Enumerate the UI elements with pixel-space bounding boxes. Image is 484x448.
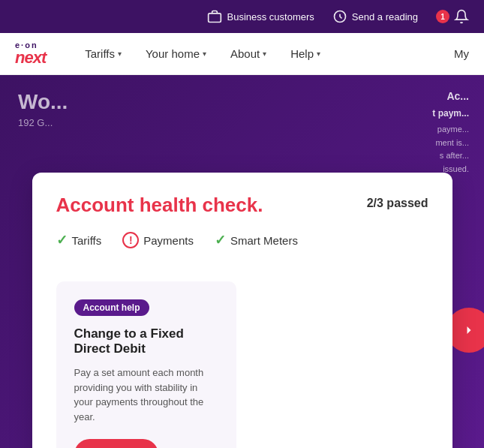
tariffs-label: Tariffs — [85, 47, 115, 60]
business-customers-link[interactable]: Business customers — [207, 9, 314, 24]
briefcase-icon — [207, 9, 222, 24]
account-label: Ac... — [319, 90, 469, 102]
notification-badge: 1 — [436, 10, 449, 23]
modal-header: Account health check. 2/3 passed — [56, 194, 428, 217]
logo[interactable]: e·on next — [15, 41, 46, 66]
health-check-modal: Account health check. 2/3 passed ✓ Tarif… — [32, 173, 452, 448]
nav-your-home[interactable]: Your home ▾ — [137, 41, 215, 66]
nav-about[interactable]: About ▾ — [221, 41, 275, 66]
modal-overlay: Account health check. 2/3 passed ✓ Tarif… — [0, 150, 484, 448]
account-help-card: Account help Change to a Fixed Direct De… — [56, 281, 236, 448]
your-home-label: Your home — [146, 47, 200, 60]
bg-content: Wo... 192 G... Ac... t paym... payme...m… — [0, 75, 484, 448]
check-tariffs: ✓ Tariffs — [56, 232, 102, 248]
tariffs-check-label: Tariffs — [72, 234, 102, 247]
tariffs-check-icon: ✓ — [56, 232, 68, 248]
nav-items: Tariffs ▾ Your home ▾ About ▾ Help ▾ — [76, 41, 329, 66]
tariffs-chevron: ▾ — [118, 50, 122, 58]
bell-icon — [454, 9, 469, 24]
logo-next: next — [15, 50, 46, 66]
send-reading-link[interactable]: Send a reading — [332, 9, 418, 24]
about-chevron: ▾ — [263, 50, 266, 58]
modal-title: Account health check. — [56, 194, 263, 217]
svg-rect-0 — [209, 14, 221, 23]
nav-tariffs[interactable]: Tariffs ▾ — [76, 41, 131, 66]
top-bar: Business customers Send a reading 1 — [0, 0, 484, 33]
check-smart-meters: ✓ Smart Meters — [215, 232, 298, 248]
smart-meters-check-icon: ✓ — [215, 232, 226, 248]
switch-button[interactable]: Switch — [74, 439, 158, 448]
nav-bar: e·on next Tariffs ▾ Your home ▾ About ▾ … — [0, 33, 484, 75]
send-reading-label: Send a reading — [352, 11, 418, 23]
payment-title: t paym... — [319, 108, 469, 119]
smart-meters-check-label: Smart Meters — [230, 234, 298, 247]
notifications-link[interactable]: 1 — [436, 9, 469, 24]
help-chevron: ▾ — [317, 50, 320, 58]
help-label: Help — [290, 47, 314, 60]
card-description: Pay a set amount each month providing yo… — [74, 365, 218, 424]
payments-check-label: Payments — [143, 234, 194, 247]
meter-icon — [332, 9, 347, 24]
about-label: About — [230, 47, 260, 60]
card-title: Change to a Fixed Direct Debit — [74, 326, 218, 356]
check-payments: ! Payments — [122, 232, 194, 248]
modal-passed: 2/3 passed — [367, 197, 428, 210]
check-items: ✓ Tariffs ! Payments ✓ Smart Meters — [56, 232, 428, 263]
nav-help[interactable]: Help ▾ — [281, 41, 329, 66]
your-home-chevron: ▾ — [203, 50, 206, 58]
nav-my[interactable]: My — [454, 47, 469, 60]
business-customers-label: Business customers — [227, 11, 314, 23]
card-tag: Account help — [74, 299, 149, 316]
payments-warning-icon: ! — [122, 232, 139, 248]
